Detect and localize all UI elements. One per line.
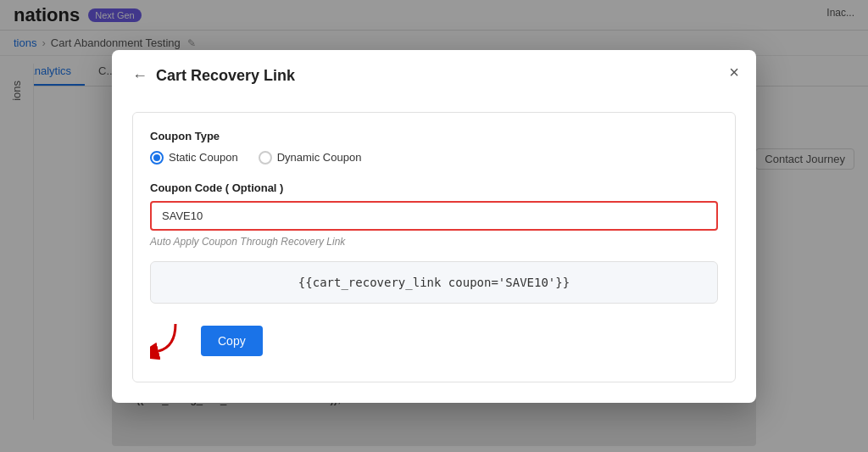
form-section: Coupon Type Static Coupon Dynamic Coupon… [132, 112, 736, 382]
link-preview-text: {{cart_recovery_link coupon='SAVE10'}} [298, 276, 570, 289]
coupon-input-wrapper [150, 201, 718, 231]
modal-header: ← Cart Recovery Link × [112, 50, 756, 98]
red-arrow-icon [150, 317, 187, 361]
modal-body: Coupon Type Static Coupon Dynamic Coupon… [112, 98, 756, 403]
copy-button-row: Copy [150, 317, 718, 365]
red-arrow-container [150, 317, 187, 365]
link-preview-box: {{cart_recovery_link coupon='SAVE10'}} [150, 261, 718, 304]
coupon-type-radio-group: Static Coupon Dynamic Coupon [150, 151, 718, 165]
static-coupon-label: Static Coupon [169, 151, 238, 164]
coupon-hint-text: Auto Apply Coupon Through Recovery Link [150, 236, 718, 248]
cart-recovery-modal: ← Cart Recovery Link × Coupon Type Stati… [112, 50, 756, 403]
dynamic-coupon-radio[interactable] [259, 151, 272, 165]
coupon-code-input[interactable] [150, 201, 718, 231]
modal-close-button[interactable]: × [729, 64, 739, 81]
coupon-type-label: Coupon Type [150, 130, 718, 142]
static-coupon-option[interactable]: Static Coupon [150, 151, 238, 165]
coupon-code-label: Coupon Code ( Optional ) [150, 181, 718, 194]
modal-title: Cart Recovery Link [156, 67, 295, 85]
static-coupon-radio[interactable] [150, 151, 164, 165]
dynamic-coupon-label: Dynamic Coupon [277, 151, 362, 164]
dynamic-coupon-option[interactable]: Dynamic Coupon [259, 151, 362, 165]
copy-button[interactable]: Copy [201, 326, 263, 356]
modal-overlay: ← Cart Recovery Link × Coupon Type Stati… [0, 0, 868, 452]
modal-back-button[interactable]: ← [132, 67, 147, 85]
